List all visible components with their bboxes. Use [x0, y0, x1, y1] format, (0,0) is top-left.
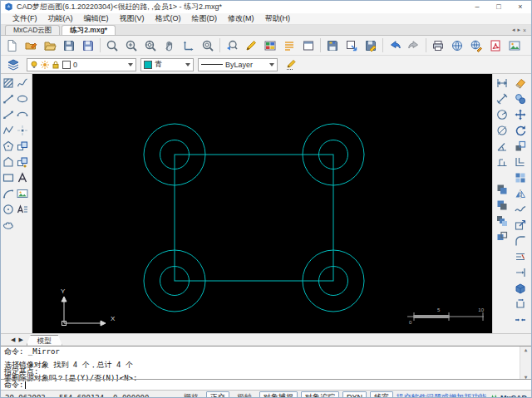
- hatch-icon[interactable]: [1, 76, 16, 90]
- status-toggle[interactable]: 对象追踪: [301, 391, 339, 398]
- text-icon[interactable]: [15, 170, 30, 184]
- ellipse-arc-icon[interactable]: [15, 107, 30, 121]
- drawing-canvas[interactable]: Y X 0 5 10: [32, 74, 492, 333]
- menu-edit[interactable]: 编辑(E): [79, 13, 114, 24]
- properties-pencil-icon[interactable]: [282, 56, 300, 74]
- zoom-in-icon[interactable]: [122, 37, 140, 55]
- dim-aligned-icon[interactable]: [495, 91, 510, 106]
- save-style-icon[interactable]: [323, 37, 342, 55]
- array-icon[interactable]: [513, 170, 528, 184]
- mirror-icon[interactable]: [513, 186, 528, 200]
- draw-pencil-icon[interactable]: [242, 37, 260, 55]
- scroll-up-icon[interactable]: ▲: [525, 346, 528, 352]
- insert-block-icon[interactable]: [15, 139, 30, 153]
- irregular-polygon-icon[interactable]: [1, 155, 16, 169]
- status-toggle[interactable]: 对象捕捉: [259, 391, 298, 398]
- status-toggle[interactable]: DYN: [342, 391, 367, 398]
- circle-icon[interactable]: [1, 202, 16, 216]
- edit-polyline-icon[interactable]: [513, 202, 528, 216]
- menu-function[interactable]: 功能(A): [43, 13, 78, 24]
- zoom-extents-icon[interactable]: [141, 37, 160, 55]
- offset-icon[interactable]: [513, 155, 528, 169]
- rectangle-icon[interactable]: [1, 170, 16, 184]
- copy-icon[interactable]: [513, 91, 528, 106]
- open-folder-icon[interactable]: [41, 37, 59, 55]
- tab-next-icon[interactable]: ▸: [517, 27, 520, 33]
- arc-icon[interactable]: [1, 186, 16, 200]
- layer-select[interactable]: 0: [27, 58, 136, 71]
- ellipse-icon[interactable]: [15, 91, 30, 106]
- construction-line-icon[interactable]: [1, 107, 16, 121]
- dim-diameter-icon[interactable]: [495, 123, 510, 137]
- minimize-button[interactable]: –: [468, 1, 486, 13]
- tab-mxcad-cloud[interactable]: MxCAD云图: [5, 25, 60, 35]
- maximize-button[interactable]: □: [490, 1, 508, 13]
- create-block-icon[interactable]: [15, 155, 30, 169]
- status-toggle[interactable]: 线宽: [370, 391, 393, 398]
- open-drawing-icon[interactable]: [22, 37, 40, 55]
- point-icon[interactable]: [15, 123, 30, 137]
- linetype-select[interactable]: ByLayer: [198, 58, 278, 71]
- print-icon[interactable]: [429, 37, 447, 55]
- line-icon[interactable]: [1, 91, 16, 106]
- mtext-icon[interactable]: [15, 202, 30, 216]
- save-as-icon[interactable]: [79, 37, 97, 55]
- close-button[interactable]: ×: [511, 1, 530, 13]
- zoom-previous-icon[interactable]: [223, 37, 241, 55]
- menu-modify[interactable]: 修改(M): [223, 13, 259, 24]
- command-input[interactable]: 命令:: [1, 379, 531, 390]
- move-icon[interactable]: [513, 107, 528, 121]
- extend-icon[interactable]: [513, 265, 528, 279]
- pan-icon[interactable]: [160, 37, 179, 55]
- tab-exercise-drawing[interactable]: 练习2.mxg*: [62, 25, 116, 35]
- new-file-icon[interactable]: [2, 37, 21, 55]
- undo-icon[interactable]: [386, 37, 404, 55]
- insert-image-icon[interactable]: [15, 186, 30, 200]
- dim-edit-icon[interactable]: [495, 214, 510, 228]
- status-toggle[interactable]: 栅格: [180, 391, 203, 398]
- web-edit-icon[interactable]: [467, 37, 485, 55]
- dim-linear-icon[interactable]: [495, 76, 510, 90]
- dim-style-icon[interactable]: [495, 182, 510, 196]
- scale-icon[interactable]: [513, 139, 528, 153]
- menu-file[interactable]: 文件(F): [7, 13, 42, 24]
- image-export-icon[interactable]: [505, 37, 524, 55]
- box-3d-icon[interactable]: [513, 281, 528, 295]
- tab-prev-icon[interactable]: ◂: [512, 27, 515, 33]
- dim-angular-icon[interactable]: [495, 139, 510, 153]
- redo-icon[interactable]: [405, 37, 423, 55]
- tab-close-icon[interactable]: ×: [523, 27, 526, 33]
- join-icon[interactable]: [513, 297, 528, 311]
- zoom-window-icon[interactable]: [103, 37, 121, 55]
- model-next-icon[interactable]: ▶: [18, 337, 22, 343]
- pdf-export-icon[interactable]: [486, 37, 505, 55]
- align-icon[interactable]: [513, 312, 528, 327]
- web-publish-icon[interactable]: [448, 37, 466, 55]
- dim-update-icon[interactable]: [495, 198, 510, 212]
- spline-icon[interactable]: [15, 76, 30, 90]
- color-select[interactable]: 青: [140, 58, 194, 71]
- text-style-icon[interactable]: [280, 37, 298, 55]
- export-view-icon[interactable]: [342, 37, 361, 55]
- save-edit-icon[interactable]: [362, 37, 380, 55]
- save-icon[interactable]: [60, 37, 78, 55]
- ucs-axis-icon[interactable]: [180, 37, 198, 55]
- menu-view[interactable]: 视图(V): [115, 13, 150, 24]
- status-toggle[interactable]: 极轴: [233, 391, 256, 398]
- erase-icon[interactable]: [513, 76, 528, 90]
- polyline-icon[interactable]: [1, 123, 16, 137]
- feedback-link[interactable]: 提交软件问题或增加新功能: [397, 392, 486, 398]
- dim-text-edit-icon[interactable]: [495, 229, 510, 243]
- dim-ordinate-icon[interactable]: [495, 155, 510, 169]
- model-tab[interactable]: 模型: [27, 335, 62, 346]
- color-palette-icon[interactable]: [261, 37, 279, 55]
- menu-help[interactable]: 帮助(H): [260, 13, 296, 24]
- menu-draw[interactable]: 绘图(D): [187, 13, 223, 24]
- polygon-icon[interactable]: [1, 139, 16, 153]
- menu-format[interactable]: 格式(O): [150, 13, 186, 24]
- fillet-icon[interactable]: [513, 233, 528, 248]
- status-toggle[interactable]: 正交: [206, 391, 229, 398]
- new-window-icon[interactable]: [299, 37, 318, 55]
- zoom-realtime-icon[interactable]: [199, 37, 217, 55]
- rotate-icon[interactable]: [513, 123, 528, 137]
